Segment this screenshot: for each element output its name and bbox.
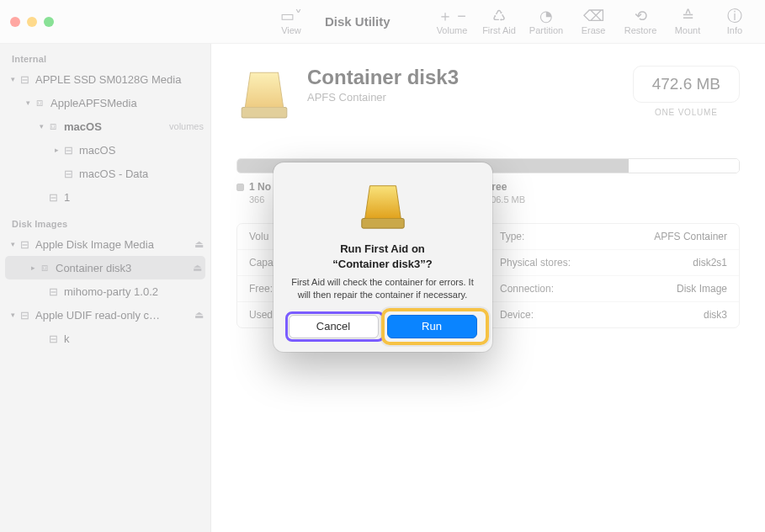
disk-icon <box>357 179 409 231</box>
svg-rect-2 <box>361 219 403 229</box>
run-button[interactable]: Run <box>387 315 477 338</box>
dialog-body: First Aid will check the container for e… <box>289 276 477 301</box>
svg-marker-3 <box>364 186 401 219</box>
cancel-button[interactable]: Cancel <box>289 315 379 338</box>
dialog-title: Run First Aid on“Container disk3”? <box>289 242 477 271</box>
first-aid-dialog: Run First Aid on“Container disk3”? First… <box>274 162 492 352</box>
